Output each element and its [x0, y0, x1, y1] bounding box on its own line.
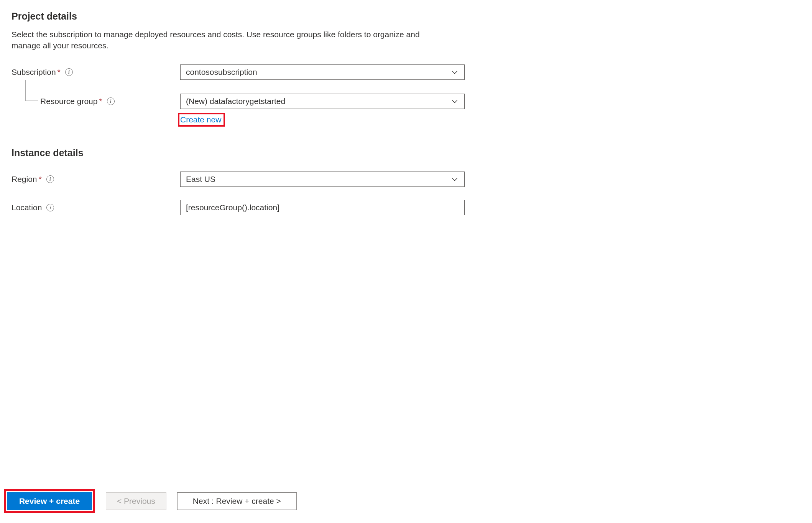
location-label-col: Location i — [12, 203, 180, 212]
resource-group-label-col: Resource group * i — [12, 97, 180, 106]
region-dropdown[interactable]: East US — [180, 172, 465, 187]
location-label: Location — [12, 203, 42, 212]
create-new-link[interactable]: Create new — [180, 115, 221, 124]
create-resource-form: Project details Select the subscription … — [0, 0, 812, 523]
region-value: East US — [186, 175, 215, 184]
resource-group-input-col: (New) datafactorygetstarted — [180, 94, 465, 109]
chevron-down-icon — [450, 97, 459, 106]
form-content: Project details Select the subscription … — [12, 11, 472, 215]
chevron-down-icon — [450, 68, 459, 76]
review-create-button[interactable]: Review + create — [7, 492, 92, 510]
required-star: * — [39, 175, 42, 184]
resource-group-value: (New) datafactorygetstarted — [186, 97, 285, 106]
info-icon[interactable]: i — [65, 68, 73, 76]
subscription-value: contososubscription — [186, 68, 257, 77]
chevron-down-icon — [450, 175, 459, 183]
subscription-row: Subscription * i contososubscription — [12, 64, 472, 80]
required-star: * — [99, 97, 102, 106]
project-details-heading: Project details — [12, 11, 472, 22]
tree-connector — [25, 80, 38, 101]
create-new-highlight: Create new — [178, 113, 225, 127]
region-label: Region — [12, 175, 37, 184]
subscription-input-col: contososubscription — [180, 64, 465, 80]
region-row: Region * i East US — [12, 172, 472, 187]
required-star: * — [58, 68, 61, 77]
wizard-footer: Review + create < Previous Next : Review… — [0, 479, 812, 523]
review-create-highlight: Review + create — [4, 489, 95, 513]
subscription-dropdown[interactable]: contososubscription — [180, 64, 465, 80]
subscription-label: Subscription — [12, 68, 56, 77]
region-label-col: Region * i — [12, 175, 180, 184]
info-icon[interactable]: i — [46, 204, 54, 211]
previous-button: < Previous — [106, 492, 166, 510]
resource-group-dropdown[interactable]: (New) datafactorygetstarted — [180, 94, 465, 109]
resource-group-label: Resource group — [40, 97, 97, 106]
location-row: Location i [resourceGroup().location] — [12, 200, 472, 215]
resource-group-row: Resource group * i (New) datafactorygets… — [12, 94, 472, 109]
info-icon[interactable]: i — [46, 175, 54, 183]
subscription-label-col: Subscription * i — [12, 68, 180, 77]
location-input[interactable]: [resourceGroup().location] — [180, 200, 465, 215]
create-new-col: Create new — [180, 113, 465, 127]
info-icon[interactable]: i — [107, 97, 115, 105]
next-button[interactable]: Next : Review + create > — [177, 492, 297, 510]
project-details-description: Select the subscription to manage deploy… — [12, 29, 433, 51]
region-input-col: East US — [180, 172, 465, 187]
create-new-row: Create new — [12, 113, 472, 127]
location-input-col: [resourceGroup().location] — [180, 200, 465, 215]
instance-details-heading: Instance details — [12, 147, 472, 158]
location-value: [resourceGroup().location] — [186, 203, 279, 212]
